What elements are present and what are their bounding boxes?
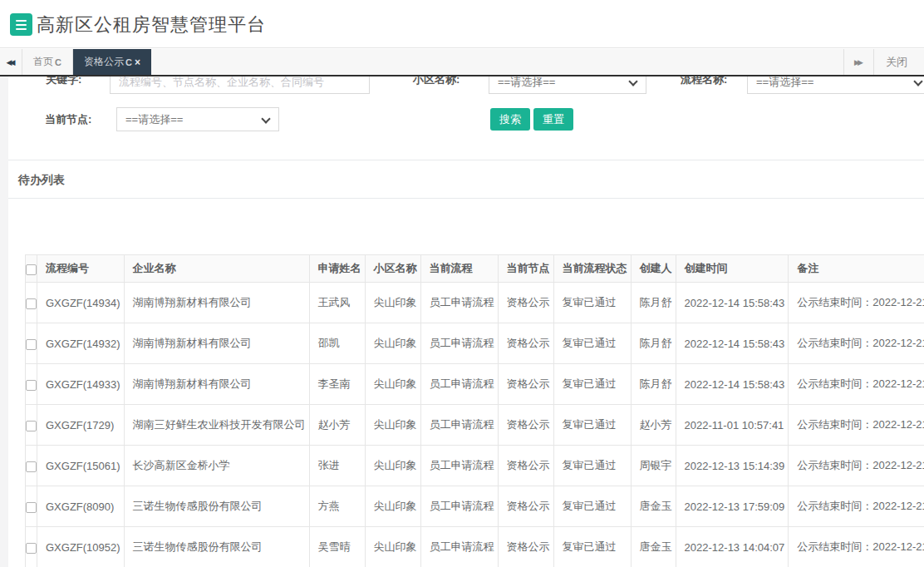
cell-id: GXGZF(14933) <box>37 364 125 405</box>
cell-remark: 公示结束时间：2022-12-21 16:07:11 <box>789 323 924 364</box>
cell-process: 员工申请流程 <box>420 283 498 323</box>
tabs-scroll-right-button[interactable]: ▶▶ <box>843 49 874 75</box>
cell-node: 资格公示 <box>498 486 553 527</box>
community-select-control[interactable]: ==请选择== <box>489 76 646 93</box>
cell-creator: 唐金玉 <box>631 527 676 567</box>
tab-qualification-label: 资格公示 <box>84 55 124 69</box>
cell-node: 资格公示 <box>498 527 553 567</box>
cell-status: 复审已通过 <box>553 486 631 527</box>
cell-created: 2022-12-13 14:04:07 <box>676 527 789 567</box>
app-window: 高新区公租房智慧管理平台 ◀◀ 首页C 资格公示C× ▶▶ 关闭 关键字: 小区… <box>0 0 924 567</box>
cell-creator: 陈月舒 <box>631 283 676 323</box>
row-checkbox[interactable] <box>26 461 37 472</box>
hamburger-menu-icon[interactable] <box>10 13 32 36</box>
search-button[interactable]: 搜索 <box>490 108 530 131</box>
todo-list-title: 待办列表 <box>8 160 924 199</box>
cell-company: 湖南博翔新材料有限公司 <box>124 364 309 405</box>
cell-company: 湖南三好鲜生农业科技开发有限公司 <box>124 405 309 446</box>
cell-applicant: 李圣南 <box>309 364 365 405</box>
cell-company: 三诺生物传感股份有限公司 <box>124 486 309 527</box>
close-tabs-menu-button[interactable]: 关闭 <box>874 49 924 75</box>
row-checkbox[interactable] <box>26 339 37 350</box>
cell-company: 三诺生物传感股份有限公司 <box>124 527 309 567</box>
double-chevron-right-icon: ▶▶ <box>854 58 861 67</box>
row-checkbox-cell <box>26 486 37 527</box>
cell-creator: 赵小芳 <box>631 405 676 446</box>
column-header: 创建时间 <box>676 255 789 283</box>
row-checkbox[interactable] <box>26 380 37 391</box>
column-header: 当前流程 <box>420 255 498 283</box>
row-checkbox-cell <box>26 405 37 446</box>
cell-process: 员工申请流程 <box>420 323 498 364</box>
row-checkbox[interactable] <box>26 502 37 513</box>
cell-node: 资格公示 <box>498 405 553 446</box>
tabbar-spacer <box>151 49 843 75</box>
column-header: 当前流程状态 <box>553 255 631 283</box>
cell-applicant: 方燕 <box>309 486 365 527</box>
tabs-scroll-left-button[interactable]: ◀◀ <box>0 49 22 75</box>
row-checkbox-cell <box>26 323 37 364</box>
node-select-control[interactable]: ==请选择== <box>117 108 278 131</box>
table-row: GXGZF(15061)长沙高新区金桥小学张进尖山印象员工申请流程资格公示复审已… <box>26 446 924 486</box>
cell-applicant: 王武风 <box>309 283 365 323</box>
cell-node: 资格公示 <box>498 323 553 364</box>
row-checkbox[interactable] <box>26 298 37 309</box>
row-checkbox[interactable] <box>26 421 37 431</box>
node-select[interactable]: ==请选择== <box>116 107 279 131</box>
tab-qualification-publicity[interactable]: 资格公示C× <box>73 49 151 75</box>
search-form: 关键字: 小区名称: ==请选择== 流程名称: ==请选择== 当前节点: =… <box>8 76 924 160</box>
cell-community: 尖山印象 <box>365 527 420 567</box>
close-icon[interactable]: × <box>135 57 140 68</box>
keyword-input[interactable] <box>110 76 370 94</box>
refresh-icon[interactable]: C <box>125 57 132 67</box>
column-header: 创建人 <box>631 255 676 283</box>
cell-remark: 公示结束时间：2022-12-21 15:42:31 <box>789 405 924 446</box>
community-select[interactable]: ==请选择== <box>489 76 646 94</box>
refresh-icon[interactable]: C <box>55 57 61 67</box>
cell-status: 复审已通过 <box>553 323 631 364</box>
main-panel: 关键字: 小区名称: ==请选择== 流程名称: ==请选择== 当前节点: =… <box>8 76 924 567</box>
column-header: 流程编号 <box>37 255 125 283</box>
cell-process: 员工申请流程 <box>420 486 498 527</box>
table-row: GXGZF(8090)三诺生物传感股份有限公司方燕尖山印象员工申请流程资格公示复… <box>26 486 924 527</box>
table-row: GXGZF(14934)湖南博翔新材料有限公司王武风尖山印象员工申请流程资格公示… <box>26 283 924 323</box>
cell-remark: 公示结束时间：2022-12-21 09:50:37 <box>789 527 924 567</box>
process-select-control[interactable]: ==请选择== <box>748 76 924 93</box>
cell-applicant: 张进 <box>309 446 365 486</box>
node-label: 当前节点: <box>45 112 91 127</box>
cell-status: 复审已通过 <box>553 405 631 446</box>
tabbar-right-controls: ▶▶ 关闭 <box>843 49 924 75</box>
row-checkbox-cell <box>26 446 37 486</box>
cell-node: 资格公示 <box>498 283 553 323</box>
tab-bar: ◀◀ 首页C 资格公示C× ▶▶ 关闭 <box>0 49 924 76</box>
column-header: 企业名称 <box>124 255 309 283</box>
todo-table-body: GXGZF(14934)湖南博翔新材料有限公司王武风尖山印象员工申请流程资格公示… <box>26 283 924 567</box>
process-select[interactable]: ==请选择== <box>747 76 924 94</box>
cell-community: 尖山印象 <box>365 323 420 364</box>
table-row: GXGZF(10952)三诺生物传感股份有限公司吴雪晴尖山印象员工申请流程资格公… <box>26 527 924 567</box>
table-header-row: 流程编号企业名称申请姓名小区名称当前流程当前节点当前流程状态创建人创建时间备注 <box>26 255 924 283</box>
todo-table: 流程编号企业名称申请姓名小区名称当前流程当前节点当前流程状态创建人创建时间备注 … <box>25 254 924 567</box>
select-all-checkbox[interactable] <box>26 264 37 275</box>
tab-home[interactable]: 首页C <box>22 49 73 75</box>
row-checkbox-cell <box>26 283 37 323</box>
table-row: GXGZF(14933)湖南博翔新材料有限公司李圣南尖山印象员工申请流程资格公示… <box>26 364 924 405</box>
cell-community: 尖山印象 <box>365 486 420 527</box>
column-header: 申请姓名 <box>309 255 365 283</box>
cell-remark: 公示结束时间：2022-12-21 13:38:33 <box>789 446 924 486</box>
cell-remark: 公示结束时间：2022-12-21 16:07:55 <box>789 283 924 323</box>
column-header: 当前节点 <box>498 255 553 283</box>
cell-company: 湖南博翔新材料有限公司 <box>124 283 309 323</box>
table-row: GXGZF(14932)湖南博翔新材料有限公司邵凯尖山印象员工申请流程资格公示复… <box>26 323 924 364</box>
content-area: 关键字: 小区名称: ==请选择== 流程名称: ==请选择== 当前节点: =… <box>0 76 924 567</box>
row-checkbox[interactable] <box>26 543 37 554</box>
cell-remark: 公示结束时间：2022-12-21 16:07:02 <box>789 364 924 405</box>
cell-process: 员工申请流程 <box>420 364 498 405</box>
cell-creator: 唐金玉 <box>631 486 676 527</box>
reset-button[interactable]: 重置 <box>533 108 573 131</box>
community-label: 小区名称: <box>413 76 460 87</box>
cell-company: 湖南博翔新材料有限公司 <box>124 323 309 364</box>
cell-community: 尖山印象 <box>365 446 420 486</box>
row-checkbox-cell <box>26 364 37 405</box>
cell-creator: 周银宇 <box>631 446 676 486</box>
